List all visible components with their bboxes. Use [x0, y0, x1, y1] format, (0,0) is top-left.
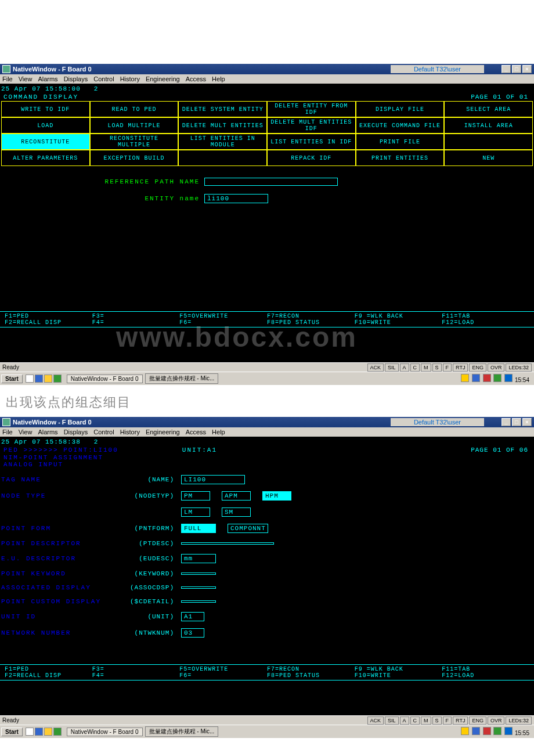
menu-view[interactable]: View — [19, 75, 33, 82]
fkey-label[interactable]: F9 =WLK BACK — [355, 666, 442, 672]
status-button[interactable]: ACK — [367, 363, 384, 372]
menu-file[interactable]: File — [2, 429, 13, 435]
menu-engineering[interactable]: Engineering — [146, 75, 180, 82]
tray-icon[interactable] — [26, 728, 34, 736]
cmd-button[interactable]: SELECT AREA — [444, 101, 533, 117]
param-option[interactable]: LM — [181, 507, 210, 517]
cmd-button[interactable]: LIST ENTITIES IN IDF — [267, 134, 356, 150]
cmd-button[interactable]: RECONSTITUTE — [1, 134, 90, 150]
menu-help[interactable]: Help — [212, 75, 225, 82]
fkey-label[interactable]: F1=PED — [5, 666, 92, 672]
param-option[interactable] — [181, 573, 216, 575]
cmd-button[interactable]: LOAD MULTIPLE — [90, 117, 179, 134]
fkey-label[interactable]: F4= — [92, 672, 180, 679]
cmd-button[interactable]: WRITE TO IDF — [1, 101, 90, 117]
menu-view[interactable]: View — [19, 429, 33, 435]
fkey-label[interactable]: F1=PED — [5, 313, 92, 319]
cmd-button[interactable]: DELETE MULT ENTITIES IDF — [267, 117, 356, 134]
taskbar-item[interactable]: 批量建点操作规程 - Mic... — [145, 726, 219, 737]
menu-history[interactable]: History — [120, 429, 140, 435]
maximize-button[interactable]: □ — [512, 65, 521, 73]
fkey-label[interactable]: F7=RECON — [267, 666, 355, 672]
status-button[interactable]: SIL — [385, 363, 399, 372]
menu-file[interactable]: File — [2, 75, 13, 82]
cmd-button[interactable]: ALTER PARAMETERS — [1, 150, 90, 166]
start-button[interactable]: Start — [1, 728, 23, 736]
cmd-button[interactable]: LOAD — [1, 117, 90, 134]
status-button[interactable]: M — [421, 363, 431, 372]
fkey-label[interactable]: F10=WRITE — [355, 319, 442, 326]
menu-control[interactable]: Control — [93, 75, 114, 82]
param-option[interactable] — [181, 586, 216, 589]
status-button[interactable]: RTJ — [453, 363, 468, 372]
status-button[interactable]: C — [410, 717, 420, 725]
tray-icon[interactable] — [53, 375, 62, 383]
param-option[interactable]: 03 — [181, 628, 204, 638]
tray-icon[interactable] — [44, 728, 52, 736]
param-option[interactable]: APM — [222, 491, 251, 501]
taskbar-item[interactable]: NativeWindow - F Board 0 — [67, 728, 143, 736]
menu-control[interactable]: Control — [93, 429, 114, 435]
tray-icon[interactable] — [26, 375, 34, 383]
close-button[interactable]: × — [522, 65, 532, 73]
status-button[interactable]: OVR — [488, 363, 505, 372]
fkey-label[interactable]: F5=OVERWRITE — [179, 666, 267, 672]
status-button[interactable]: A — [400, 717, 409, 725]
tray-icon[interactable] — [44, 375, 52, 383]
cmd-button[interactable]: EXCEPTION BUILD — [90, 150, 179, 166]
menu-access[interactable]: Access — [186, 429, 206, 435]
minimize-button[interactable]: _ — [501, 65, 511, 73]
cmd-button[interactable]: DELETE MULT ENTITIES — [178, 117, 267, 134]
menu-displays[interactable]: Displays — [64, 429, 88, 435]
fkey-label[interactable]: F6= — [179, 319, 267, 326]
status-button[interactable]: ENG — [469, 717, 486, 725]
fkey-label[interactable]: F11=TAB — [442, 313, 529, 319]
fkey-label[interactable]: F2=RECALL DISP — [5, 319, 92, 326]
maximize-button[interactable]: □ — [512, 418, 521, 426]
entity-name-input[interactable]: li100 — [204, 194, 268, 203]
cmd-button[interactable]: DISPLAY FILE — [356, 101, 445, 117]
fkey-label[interactable]: F8=PED STATUS — [267, 319, 355, 326]
status-button[interactable]: SIL — [385, 717, 399, 725]
fkey-label[interactable]: F4= — [92, 319, 180, 326]
fkey-label[interactable]: F12=LOAD — [442, 672, 529, 679]
status-button[interactable]: LEDs:32 — [506, 363, 532, 372]
close-button[interactable]: × — [522, 418, 532, 426]
param-option[interactable]: SM — [222, 507, 251, 517]
param-option[interactable]: HPM — [262, 491, 291, 501]
param-option[interactable]: A1 — [181, 612, 204, 621]
cmd-button[interactable]: EXECUTE COMMAND FILE — [356, 117, 445, 134]
taskbar-item[interactable]: 批量建点操作规程 - Mic... — [145, 373, 219, 384]
minimize-button[interactable]: _ — [501, 418, 511, 426]
param-option[interactable] — [181, 600, 216, 603]
menu-engineering[interactable]: Engineering — [146, 429, 180, 435]
fkey-label[interactable]: F2=RECALL DISP — [5, 672, 92, 679]
cmd-button[interactable]: DELETE SYSTEM ENTITY — [178, 101, 267, 117]
cmd-button[interactable]: DELETE ENTITY FROM IDF — [267, 101, 356, 117]
cmd-button[interactable]: PRINT FILE — [356, 134, 445, 150]
tray-icon[interactable] — [35, 375, 43, 383]
param-option[interactable]: COMPONNT — [228, 524, 268, 533]
menu-access[interactable]: Access — [186, 75, 206, 82]
menu-alarms[interactable]: Alarms — [38, 75, 57, 82]
param-option[interactable] — [181, 542, 274, 545]
cmd-button[interactable]: PRINT ENTITIES — [356, 150, 445, 166]
fkey-label[interactable]: F12=LOAD — [442, 319, 529, 326]
menu-displays[interactable]: Displays — [64, 75, 88, 82]
status-button[interactable]: OVR — [488, 717, 505, 725]
fkey-label[interactable]: F3= — [92, 666, 180, 672]
fkey-label[interactable]: F9 =WLK BACK — [355, 313, 442, 319]
start-button[interactable]: Start — [1, 375, 23, 383]
cmd-button[interactable]: NEW — [444, 150, 533, 166]
fkey-label[interactable]: F3= — [92, 313, 180, 319]
param-option[interactable]: PM — [181, 491, 210, 501]
param-option[interactable]: LI100 — [181, 475, 245, 484]
fkey-label[interactable]: F10=WRITE — [355, 672, 442, 679]
cmd-button[interactable]: RECONSTITUTE MULTIPLE — [90, 134, 179, 150]
status-button[interactable]: F — [443, 717, 452, 725]
cmd-button[interactable]: REPACK IDF — [267, 150, 356, 166]
status-button[interactable]: C — [410, 363, 420, 372]
fkey-label[interactable]: F8=PED STATUS — [267, 672, 355, 679]
ref-path-input[interactable] — [204, 178, 338, 186]
status-button[interactable]: ENG — [469, 363, 486, 372]
